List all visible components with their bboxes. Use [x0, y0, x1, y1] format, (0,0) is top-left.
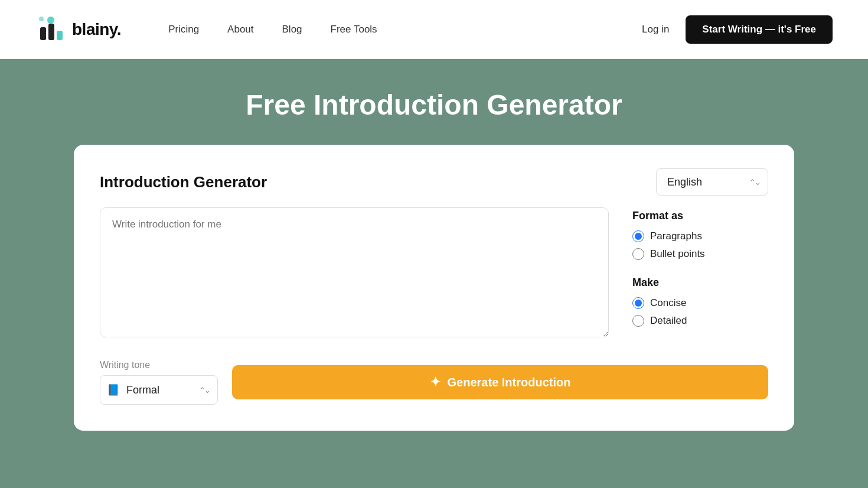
language-select-wrapper: English Spanish French German Italian Po… — [656, 168, 768, 196]
format-label: Format as — [632, 210, 768, 222]
logo-text: blainy. — [72, 20, 121, 39]
format-bullets[interactable]: Bullet points — [632, 248, 768, 260]
format-paragraphs-radio[interactable] — [632, 230, 644, 242]
writing-tone-label: Writing tone — [100, 360, 218, 370]
format-paragraphs[interactable]: Paragraphs — [632, 230, 768, 242]
nav-right: Log in Start Writing — it's Free — [642, 15, 833, 44]
card-content: Format as Paragraphs Bullet points Make — [100, 207, 768, 343]
tone-select-wrapper: 📘 Formal Casual Persuasive Informative C… — [100, 375, 218, 405]
login-link[interactable]: Log in — [642, 24, 669, 35]
right-panel: Format as Paragraphs Bullet points Make — [632, 207, 768, 343]
tone-select[interactable]: Formal Casual Persuasive Informative Cre… — [100, 375, 218, 405]
language-select[interactable]: English Spanish French German Italian Po… — [656, 168, 768, 196]
make-label: Make — [632, 276, 768, 289]
generate-button[interactable]: ✦ Generate Introduction — [232, 365, 768, 399]
make-detailed[interactable]: Detailed — [632, 315, 768, 327]
nav-free-tools[interactable]: Free Tools — [331, 24, 377, 35]
make-concise[interactable]: Concise — [632, 297, 768, 309]
card-top-row: Introduction Generator English Spanish F… — [100, 168, 768, 196]
cta-button[interactable]: Start Writing — it's Free — [686, 15, 833, 44]
hero-section: Free Introduction Generator Introduction… — [0, 59, 868, 488]
format-bullets-label: Bullet points — [650, 248, 705, 260]
nav-blog[interactable]: Blog — [282, 24, 302, 35]
format-radio-group: Paragraphs Bullet points — [632, 230, 768, 260]
nav-about[interactable]: About — [227, 24, 253, 35]
hero-title: Free Introduction Generator — [35, 89, 833, 121]
svg-rect-2 — [48, 24, 54, 40]
make-concise-radio[interactable] — [632, 297, 644, 309]
introduction-textarea[interactable] — [100, 207, 609, 337]
card-title: Introduction Generator — [100, 173, 267, 191]
card-bottom-row: Writing tone 📘 Formal Casual Persuasive … — [100, 360, 768, 405]
nav-links: Pricing About Blog Free Tools — [168, 24, 642, 35]
svg-rect-3 — [57, 31, 63, 40]
generator-card: Introduction Generator English Spanish F… — [74, 145, 794, 431]
format-bullets-radio[interactable] — [632, 248, 644, 260]
navbar: blainy. Pricing About Blog Free Tools Lo… — [0, 0, 868, 59]
make-concise-label: Concise — [650, 297, 686, 309]
format-paragraphs-label: Paragraphs — [650, 230, 702, 242]
left-panel — [100, 207, 609, 340]
star-icon: ✦ — [430, 375, 440, 390]
textarea-wrapper — [100, 207, 609, 340]
logo-icon — [35, 14, 66, 45]
generate-label: Generate Introduction — [448, 376, 571, 389]
svg-point-4 — [39, 17, 44, 21]
tone-section: Writing tone 📘 Formal Casual Persuasive … — [100, 360, 218, 405]
svg-rect-1 — [40, 27, 46, 40]
nav-pricing[interactable]: Pricing — [168, 24, 199, 35]
make-radio-group: Concise Detailed — [632, 297, 768, 327]
make-detailed-label: Detailed — [650, 315, 687, 327]
make-detailed-radio[interactable] — [632, 315, 644, 327]
svg-point-0 — [47, 17, 54, 24]
logo[interactable]: blainy. — [35, 14, 121, 45]
